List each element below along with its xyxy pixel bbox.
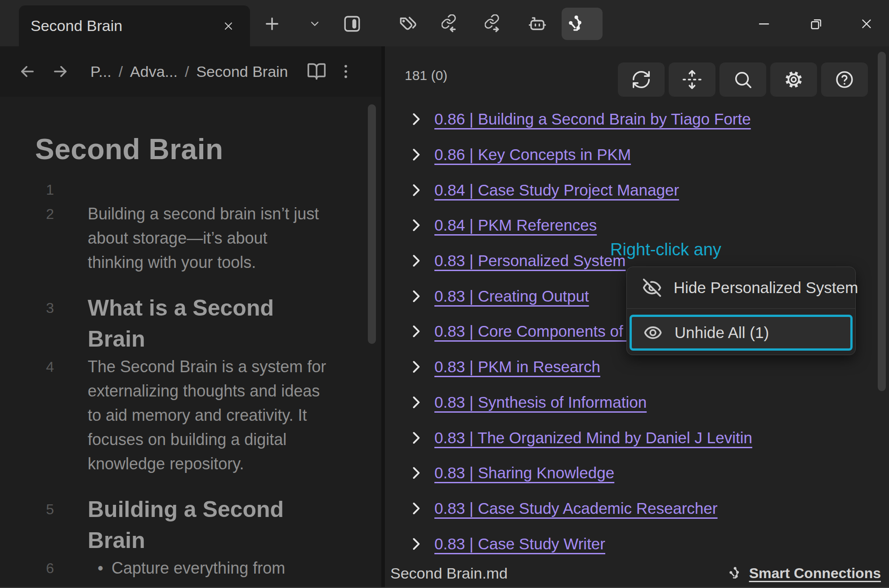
connection-link[interactable]: 0.86 | Key Concepts in PKM xyxy=(434,146,631,164)
expand-chevron[interactable] xyxy=(407,288,424,305)
heading-text: Building a Second xyxy=(88,494,362,525)
chevron-right-icon xyxy=(407,146,424,163)
body-text: thinking with your tools. xyxy=(88,250,362,275)
body-text: The Second Brain is a system for xyxy=(88,355,362,379)
link-out-button[interactable] xyxy=(481,11,507,37)
bot-button[interactable] xyxy=(524,11,550,37)
menu-item-label: Hide Personalized System xyxy=(674,279,858,297)
connection-link[interactable]: 0.84 | PKM References xyxy=(434,216,597,234)
line-number: 1 xyxy=(0,178,54,202)
connection-link[interactable]: 0.86 | Building a Second Brain by Tiago … xyxy=(434,110,751,128)
minimize-window-button[interactable] xyxy=(751,11,777,37)
heading-text: What is a Second xyxy=(88,293,362,324)
connection-item[interactable]: 0.84 | Case Study Project Manager xyxy=(385,172,889,208)
connection-link[interactable]: 0.84 | Case Study Project Manager xyxy=(434,181,679,199)
more-options-icon[interactable] xyxy=(337,61,355,82)
menu-item-hide[interactable]: Hide Personalized System xyxy=(627,267,855,308)
tags-icon xyxy=(398,14,417,33)
breadcrumb-item[interactable]: Adva... xyxy=(130,63,178,80)
connection-item[interactable]: 0.86 | Key Concepts in PKM xyxy=(385,137,889,173)
eye-off-icon xyxy=(642,278,662,298)
smart-connections-icon xyxy=(726,565,742,581)
unfold-vertical-button[interactable] xyxy=(669,62,715,97)
chevron-right-icon xyxy=(407,252,424,269)
refresh-button[interactable] xyxy=(618,62,665,97)
connection-item[interactable]: 0.86 | Building a Second Brain by Tiago … xyxy=(385,102,889,137)
breadcrumb-item[interactable]: Second Brain xyxy=(196,63,288,80)
connection-item[interactable]: 0.84 | PKM References xyxy=(385,208,889,243)
line-number: 6 xyxy=(0,556,54,580)
help-button[interactable] xyxy=(821,62,868,97)
titlebar: Second Brain xyxy=(0,0,889,46)
expand-chevron[interactable] xyxy=(407,252,424,269)
link-in-button[interactable] xyxy=(438,11,464,37)
expand-chevron[interactable] xyxy=(407,323,424,340)
editor-line-block: 5Building a SecondBrain xyxy=(0,494,381,556)
connection-link[interactable]: 0.83 | PKM in Research xyxy=(434,358,600,376)
connection-link[interactable]: 0.83 | Case Study Academic Researcher xyxy=(434,499,718,517)
editor-line-block: 4The Second Brain is a system forexterna… xyxy=(0,355,381,476)
body-text: •Capture everything from xyxy=(88,556,362,580)
connection-item[interactable]: 0.83 | The Organized Mind by Daniel J Le… xyxy=(385,420,889,455)
expand-chevron[interactable] xyxy=(407,111,424,128)
connection-item[interactable]: 0.83 | Sharing Knowledge xyxy=(385,455,889,491)
dots-vertical-icon xyxy=(337,62,355,80)
connection-item[interactable]: 0.83 | Case Study Academic Researcher xyxy=(385,491,889,526)
breadcrumb-item[interactable]: P... xyxy=(90,63,112,80)
restore-window-button[interactable] xyxy=(803,11,829,37)
restore-icon xyxy=(809,16,824,31)
help-icon xyxy=(834,69,855,90)
expand-chevron[interactable] xyxy=(407,217,424,234)
close-icon xyxy=(859,16,874,31)
connection-link[interactable]: 0.83 | Sharing Knowledge xyxy=(434,464,614,482)
plus-button[interactable] xyxy=(259,11,285,37)
menu-item-label: Unhide All (1) xyxy=(675,324,769,342)
chevron-right-icon xyxy=(407,182,424,199)
connection-link[interactable]: 0.83 | The Organized Mind by Daniel J Le… xyxy=(434,429,752,447)
chevron-down-button[interactable] xyxy=(302,11,328,37)
results-count: 181 (0) xyxy=(405,68,447,83)
expand-chevron[interactable] xyxy=(407,500,424,517)
workspace: P.../Adva.../Second Brain Second Brain 1… xyxy=(0,46,889,588)
expand-chevron[interactable] xyxy=(407,146,424,163)
panel-right-button[interactable] xyxy=(339,11,365,37)
expand-chevron[interactable] xyxy=(407,464,424,481)
settings-button[interactable] xyxy=(770,62,817,97)
chevron-right-icon xyxy=(407,394,424,411)
connection-link[interactable]: 0.83 | Personalized System xyxy=(434,252,625,270)
expand-chevron[interactable] xyxy=(407,429,424,446)
markdown-editor[interactable]: Second Brain 12Building a second brain i… xyxy=(0,97,381,588)
close-window-button[interactable] xyxy=(853,11,880,37)
breadcrumb: P.../Adva.../Second Brain xyxy=(90,63,288,80)
smart-connections-link[interactable]: Smart Connections xyxy=(749,565,881,582)
forward-button[interactable] xyxy=(50,61,71,82)
connection-link[interactable]: 0.83 | Creating Output xyxy=(434,287,589,305)
annotation-text: Right-click any xyxy=(610,240,721,259)
connection-link[interactable]: 0.83 | Synthesis of Information xyxy=(434,393,647,411)
reading-mode-icon[interactable] xyxy=(306,61,327,82)
pane-resize-handle[interactable] xyxy=(381,46,385,588)
editor-scrollbar[interactable] xyxy=(368,104,376,344)
tab-close-icon[interactable] xyxy=(219,16,238,36)
expand-chevron[interactable] xyxy=(407,535,424,552)
note-inline-title: Second Brain xyxy=(35,133,381,166)
expand-chevron[interactable] xyxy=(407,182,424,199)
close-icon xyxy=(222,20,235,32)
tab-second-brain[interactable]: Second Brain xyxy=(19,5,250,46)
menu-item-unhide-all[interactable]: Unhide All (1) xyxy=(630,315,853,351)
tags-button[interactable] xyxy=(395,11,421,37)
connection-item[interactable]: 0.83 | Case Study Writer xyxy=(385,526,889,561)
back-button[interactable] xyxy=(17,61,38,82)
smart-connections-button[interactable] xyxy=(562,11,588,37)
body-text: focuses on building a digital xyxy=(88,428,362,452)
arrow-left-icon xyxy=(18,62,37,81)
expand-chevron[interactable] xyxy=(407,394,424,411)
search-button[interactable] xyxy=(719,62,766,97)
connections-scrollbar[interactable] xyxy=(878,52,886,391)
connection-item[interactable]: 0.83 | Synthesis of Information xyxy=(385,385,889,420)
body-text: Building a second brain isn’t just xyxy=(88,202,362,226)
body-text: to aid memory and creativity. It xyxy=(88,403,362,428)
breadcrumb-separator: / xyxy=(119,63,123,80)
expand-chevron[interactable] xyxy=(407,358,424,375)
connection-link[interactable]: 0.83 | Case Study Writer xyxy=(434,535,605,553)
